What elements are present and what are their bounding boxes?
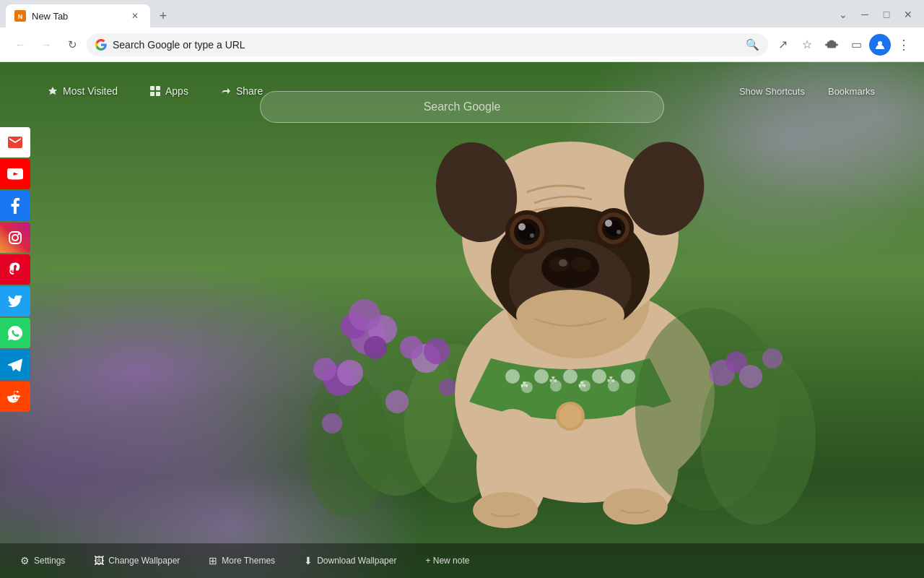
svg-point-17 [424,338,450,364]
svg-point-53 [621,369,635,384]
svg-point-37 [530,233,534,238]
download-wallpaper-icon: ⬇ [304,555,313,566]
svg-text:☘: ☘ [578,379,587,391]
svg-point-31 [559,259,567,267]
svg-point-43 [616,230,621,234]
svg-point-16 [400,336,423,359]
change-wallpaper-icon: 🖼 [94,555,104,566]
svg-point-30 [571,257,591,272]
svg-point-11 [364,336,387,359]
reload-button[interactable]: ↻ [61,33,84,56]
bottom-bar: ⚙ Settings 🖼 Change Wallpaper ⊞ More The… [0,543,924,578]
settings-icon: ⚙ [20,555,30,566]
search-box-wrapper: Search Google [260,91,664,123]
svg-rect-76 [156,86,160,90]
svg-point-13 [313,358,336,381]
search-box-text: Search Google [275,100,649,113]
download-wallpaper-button[interactable]: ⬇ Download Wallpaper [298,552,402,569]
pug-illustration: ☘ ☘ ☘ ☘ [310,62,816,539]
svg-text:☘: ☘ [606,374,616,386]
svg-point-47 [534,369,549,384]
more-themes-label: More Themes [222,556,275,566]
reddit-icon[interactable] [0,381,30,412]
svg-point-51 [592,369,606,384]
svg-point-68 [739,365,762,388]
tab-close-button[interactable]: ✕ [128,9,141,22]
svg-point-28 [541,248,599,288]
back-button[interactable]: ← [9,33,32,56]
chrome-menu-button[interactable]: ⋮ [892,33,915,56]
svg-point-42 [605,220,612,227]
telegram-icon[interactable] [0,350,30,380]
most-visited-label: Most Visited [63,85,118,97]
tab-favicon: N [14,10,26,22]
twitter-icon[interactable] [0,286,30,316]
share-label: Share [236,85,263,97]
new-tab-page: ☘ ☘ ☘ ☘ [0,62,924,578]
google-logo [95,39,107,51]
svg-text:☘: ☘ [549,374,558,386]
bookmark-button[interactable]: ☆ [796,33,819,56]
download-wallpaper-label: Download Wallpaper [317,556,396,566]
social-sidebar [0,127,30,412]
search-icon[interactable]: 🔍 [746,38,759,51]
search-box[interactable]: Search Google [260,91,664,123]
list-tabs-button[interactable]: ⌄ [833,4,853,25]
extensions-button[interactable] [820,33,843,56]
change-wallpaper-button[interactable]: 🖼 Change Wallpaper [88,552,186,569]
most-visited-nav[interactable]: Most Visited [40,81,125,101]
whatsapp-icon[interactable] [0,318,30,348]
settings-label: Settings [34,556,65,566]
bookmarks-nav[interactable]: Bookmarks [822,83,881,100]
svg-point-19 [385,390,409,413]
svg-text:N: N [18,13,23,20]
svg-rect-75 [150,86,154,90]
show-shortcuts-nav[interactable]: Show Shortcuts [733,83,811,100]
svg-point-69 [762,348,783,368]
svg-point-63 [603,488,668,525]
profile-button[interactable] [869,34,891,56]
svg-point-20 [439,379,456,396]
change-wallpaper-label: Change Wallpaper [108,556,180,566]
new-note-label: + New note [425,556,469,566]
svg-point-44 [516,290,624,340]
new-tab-button[interactable]: + [153,6,173,26]
omnibox-text: Search Google or type a URL [113,39,740,51]
facebook-icon[interactable] [0,191,30,221]
svg-point-49 [563,369,578,384]
svg-point-10 [349,299,380,331]
svg-text:☘: ☘ [520,379,529,391]
split-view-button[interactable]: ▭ [845,33,868,56]
minimize-button[interactable]: ─ [855,4,875,25]
svg-point-45 [505,369,520,384]
tab-bar: N New Tab ✕ + ⌄ ─ □ ✕ [0,0,924,27]
svg-point-72 [18,233,20,236]
apps-nav[interactable]: Apps [142,81,196,101]
youtube-icon[interactable] [0,159,30,189]
gmail-icon[interactable] [0,127,30,158]
maximize-button[interactable]: □ [876,4,897,25]
svg-point-62 [473,492,538,528]
apps-label: Apps [165,85,188,97]
svg-point-71 [12,235,18,241]
svg-rect-77 [150,92,154,96]
svg-point-36 [518,223,526,230]
omnibox[interactable]: Search Google or type a URL 🔍 [87,33,768,56]
settings-button[interactable]: ⚙ Settings [14,552,71,569]
address-bar: ← → ↻ Search Google or type a URL 🔍 ↗ ☆ … [0,27,924,62]
svg-point-18 [322,413,342,434]
share-button[interactable]: ↗ [771,33,794,56]
instagram-icon[interactable] [0,223,30,253]
close-window-button[interactable]: ✕ [898,4,918,25]
forward-button[interactable]: → [35,33,58,56]
svg-point-14 [337,360,363,386]
more-themes-icon: ⊞ [209,555,217,566]
svg-rect-78 [156,92,160,96]
tab-title: New Tab [32,11,123,22]
more-themes-button[interactable]: ⊞ More Themes [203,552,281,569]
svg-point-59 [559,405,582,428]
pinterest-icon[interactable] [0,254,30,285]
new-note-button[interactable]: + New note [419,553,475,569]
active-tab[interactable]: N New Tab ✕ [6,4,150,27]
